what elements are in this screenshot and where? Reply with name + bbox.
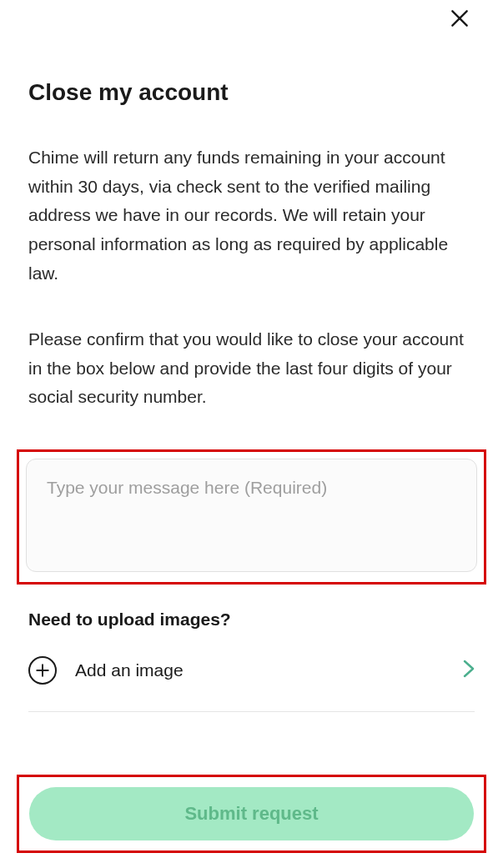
submit-highlight-box: Submit request (17, 775, 486, 853)
message-highlight-box (17, 449, 486, 585)
add-image-left: Add an image (28, 656, 184, 685)
page-title: Close my account (28, 79, 475, 106)
close-button[interactable] (448, 8, 471, 32)
submit-request-button[interactable]: Submit request (29, 787, 474, 840)
message-input[interactable] (26, 459, 477, 572)
add-image-label: Add an image (75, 660, 184, 680)
add-image-button[interactable]: Add an image (28, 656, 475, 712)
close-icon (449, 8, 470, 33)
info-paragraph-1: Chime will return any funds remaining in… (28, 143, 475, 288)
info-paragraph-2: Please confirm that you would like to cl… (28, 325, 475, 412)
chevron-right-icon (463, 660, 475, 681)
main-content: Close my account Chime will return any f… (0, 0, 503, 712)
upload-heading: Need to upload images? (28, 610, 475, 630)
plus-circle-icon (28, 656, 57, 685)
